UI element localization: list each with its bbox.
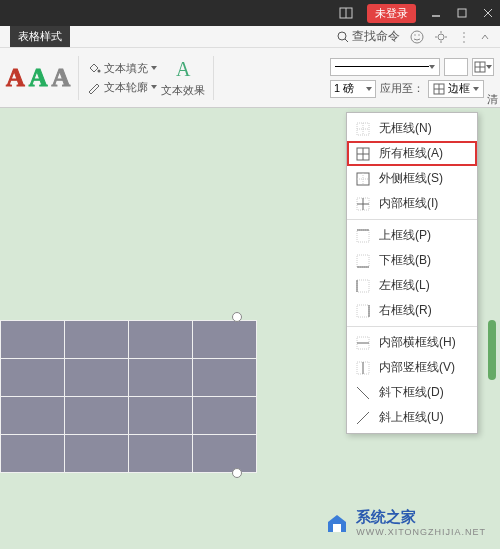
border-option-no-border[interactable]: 无框线(N) — [347, 116, 477, 141]
border-option-diag-down[interactable]: 斜下框线(D) — [347, 380, 477, 405]
svg-rect-3 — [458, 9, 466, 17]
minimize-icon[interactable] — [430, 7, 442, 19]
line-style-select[interactable] — [330, 58, 440, 76]
border-option-all-border[interactable]: 所有框线(A) — [347, 141, 477, 166]
titlebar: 未登录 — [0, 0, 500, 26]
menu-item-label: 上框线(P) — [379, 227, 431, 244]
line-size-select[interactable]: 1 磅 — [330, 80, 376, 98]
wordart-style-3[interactable]: A — [52, 63, 71, 93]
diag-down-icon — [355, 385, 371, 401]
menu-separator — [347, 326, 477, 327]
border-option-left-border[interactable]: 左框线(L) — [347, 273, 477, 298]
border-option-top-border[interactable]: 上框线(P) — [347, 223, 477, 248]
watermark-url: WWW.XITONGZHIJIA.NET — [356, 527, 486, 537]
chevron-down-icon — [151, 66, 157, 70]
text-fill-button[interactable]: 文本填充 — [87, 61, 157, 76]
svg-point-6 — [338, 32, 346, 40]
svg-point-16 — [98, 70, 101, 73]
svg-rect-39 — [357, 280, 369, 292]
menu-item-label: 无框线(N) — [379, 120, 432, 137]
line-color-select[interactable] — [444, 58, 468, 76]
watermark-name: 系统之家 — [356, 508, 416, 525]
border-option-inner-v[interactable]: 内部竖框线(V) — [347, 355, 477, 380]
bottom-border-icon — [355, 253, 371, 269]
inner-v-icon — [355, 360, 371, 376]
tab-table-style[interactable]: 表格样式 — [10, 26, 70, 47]
top-border-icon — [355, 228, 371, 244]
right-border-icon — [355, 303, 371, 319]
wordart-style-2[interactable]: A — [29, 63, 48, 93]
table-quick-button[interactable] — [472, 58, 494, 76]
no-border-icon — [355, 121, 371, 137]
border-dropdown-button[interactable]: 边框 — [428, 80, 484, 98]
menu-item-label: 外侧框线(S) — [379, 170, 443, 187]
menu-item-label: 所有框线(A) — [379, 145, 443, 162]
svg-point-10 — [418, 34, 419, 35]
border-option-right-border[interactable]: 右框线(R) — [347, 298, 477, 323]
ribbon-tab-row: 表格样式 查找命令 ⋮ — [0, 26, 500, 48]
maximize-icon[interactable] — [456, 7, 468, 19]
text-outline-button[interactable]: 文本轮廓 — [87, 80, 157, 95]
menu-item-label: 左框线(L) — [379, 277, 430, 294]
left-border-icon — [355, 278, 371, 294]
tab-icon — [339, 6, 353, 20]
svg-line-47 — [357, 387, 369, 399]
chevron-down-icon — [473, 87, 479, 91]
slide-canvas — [0, 320, 257, 473]
svg-point-11 — [438, 34, 444, 40]
diag-up-icon — [355, 410, 371, 426]
divider — [78, 56, 79, 100]
menu-item-label: 内部横框线(H) — [379, 334, 456, 351]
chevron-up-icon[interactable] — [480, 32, 490, 42]
svg-rect-35 — [357, 230, 369, 242]
toolbar: A A A 文本填充 文本轮廓 A 文本效果 1 磅 应用至： — [0, 48, 500, 108]
inserted-table[interactable] — [0, 320, 257, 473]
search-icon — [337, 31, 349, 43]
text-effect-icon: A — [176, 58, 190, 81]
gear-icon[interactable] — [434, 30, 448, 44]
menu-item-label: 内部竖框线(V) — [379, 359, 455, 376]
selection-handle[interactable] — [232, 468, 242, 478]
wordart-gallery[interactable]: A A A — [6, 63, 70, 93]
border-option-bottom-border[interactable]: 下框线(B) — [347, 248, 477, 273]
inner-border-icon — [355, 196, 371, 212]
text-effect-button[interactable]: A 文本效果 — [161, 58, 205, 98]
watermark: 系统之家 WWW.XITONGZHIJIA.NET — [324, 508, 486, 537]
chevron-down-icon — [151, 85, 157, 89]
selection-handle[interactable] — [232, 312, 242, 322]
chevron-down-icon — [429, 65, 435, 69]
inner-h-icon — [355, 335, 371, 351]
all-border-icon — [355, 146, 371, 162]
border-option-inner-h[interactable]: 内部横框线(H) — [347, 330, 477, 355]
menu-separator — [347, 219, 477, 220]
scrollbar-thumb[interactable] — [488, 320, 496, 380]
wordart-style-1[interactable]: A — [6, 63, 25, 93]
menu-item-label: 下框线(B) — [379, 252, 431, 269]
separator: ⋮ — [458, 30, 470, 44]
menu-item-label: 内部框线(I) — [379, 195, 438, 212]
border-option-inner-border[interactable]: 内部框线(I) — [347, 191, 477, 216]
svg-point-8 — [411, 31, 423, 43]
vertical-scrollbar[interactable] — [488, 120, 496, 420]
pen-icon — [87, 80, 101, 94]
smile-icon[interactable] — [410, 30, 424, 44]
clear-label[interactable]: 清 — [487, 92, 498, 107]
border-dropdown-menu: 无框线(N)所有框线(A)外侧框线(S)内部框线(I)上框线(P)下框线(B)左… — [346, 112, 478, 434]
svg-rect-41 — [357, 305, 369, 317]
svg-line-48 — [357, 412, 369, 424]
close-icon[interactable] — [482, 7, 494, 19]
divider — [213, 56, 214, 100]
svg-line-7 — [345, 39, 348, 42]
menu-item-label: 斜下框线(D) — [379, 384, 444, 401]
border-option-outer-border[interactable]: 外侧框线(S) — [347, 166, 477, 191]
border-option-diag-up[interactable]: 斜上框线(U) — [347, 405, 477, 430]
svg-point-9 — [414, 34, 415, 35]
paint-bucket-icon — [87, 61, 101, 75]
search-command[interactable]: 查找命令 — [337, 28, 400, 45]
login-badge[interactable]: 未登录 — [367, 4, 416, 23]
apply-to-label: 应用至： — [380, 81, 424, 96]
svg-rect-49 — [333, 524, 341, 532]
menu-item-label: 斜上框线(U) — [379, 409, 444, 426]
outer-border-icon — [355, 171, 371, 187]
border-icon — [433, 83, 445, 95]
